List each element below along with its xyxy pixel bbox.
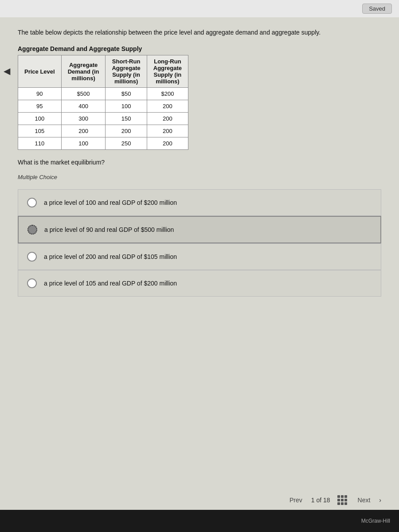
- options-list: a price level of 100 and real GDP of $20…: [18, 189, 381, 297]
- page-info: 1 of 18: [311, 497, 330, 504]
- table-cell: $50: [106, 88, 147, 100]
- saved-badge: Saved: [362, 4, 392, 14]
- radio-button-c[interactable]: [27, 252, 37, 262]
- radio-button-b[interactable]: [27, 225, 37, 235]
- table-cell: 200: [147, 100, 188, 113]
- table-cell: $200: [147, 88, 188, 100]
- multiple-choice-label: Multiple Choice: [18, 174, 381, 180]
- table-cell: 90: [18, 88, 62, 100]
- option-item-d[interactable]: a price level of 105 and real GDP of $20…: [18, 270, 381, 297]
- table-cell: 250: [106, 137, 147, 150]
- option-label-a: a price level of 100 and real GDP of $20…: [44, 199, 177, 206]
- radio-button-d[interactable]: [27, 278, 37, 288]
- next-chevron: ›: [379, 497, 381, 504]
- table-cell: 300: [61, 113, 106, 125]
- col-header-long-run: Long-RunAggregateSupply (inmillions): [147, 55, 188, 88]
- table-cell: 150: [106, 113, 147, 125]
- table-cell: 200: [106, 125, 147, 137]
- table-cell: 200: [147, 125, 188, 137]
- footer-navigation: Prev 1 of 18 Next ›: [286, 495, 381, 505]
- table-cell: 200: [147, 113, 188, 125]
- option-label-d: a price level of 105 and real GDP of $20…: [44, 280, 177, 287]
- table-cell: 200: [147, 137, 188, 150]
- table-cell: 105: [18, 125, 62, 137]
- table-title: Aggregate Demand and Aggregate Supply: [18, 45, 381, 52]
- cursor: ◀: [4, 66, 10, 76]
- table-cell: $500: [61, 88, 106, 100]
- next-button[interactable]: Next: [354, 495, 374, 505]
- option-label-c: a price level of 200 and real GDP of $10…: [44, 253, 177, 260]
- table-cell: 110: [18, 137, 62, 150]
- bottom-bar-text: McGraw-Hill: [361, 518, 390, 524]
- question-description: The table below depicts the relationship…: [18, 28, 381, 37]
- table-cell: 100: [106, 100, 147, 113]
- table-cell: 100: [61, 137, 106, 150]
- option-item-a[interactable]: a price level of 100 and real GDP of $20…: [18, 189, 381, 216]
- option-item-c[interactable]: a price level of 200 and real GDP of $10…: [18, 243, 381, 270]
- equilibrium-question: What is the market equilibrium?: [18, 159, 381, 166]
- option-label-b: a price level of 90 and real GDP of $500…: [44, 226, 174, 233]
- grid-icon[interactable]: [337, 495, 347, 505]
- table-cell: 200: [61, 125, 106, 137]
- data-table: Price Level AggregateDemand (inmillions)…: [18, 55, 188, 150]
- table-cell: 400: [61, 100, 106, 113]
- col-header-price: Price Level: [18, 55, 62, 88]
- col-header-demand: AggregateDemand (inmillions): [61, 55, 106, 88]
- prev-button[interactable]: Prev: [286, 495, 306, 505]
- col-header-short-run: Short-RunAggregateSupply (inmillions): [106, 55, 147, 88]
- table-cell: 95: [18, 100, 62, 113]
- option-item-b[interactable]: a price level of 90 and real GDP of $500…: [18, 216, 381, 243]
- bottom-bar: McGraw-Hill: [0, 510, 399, 532]
- table-cell: 100: [18, 113, 62, 125]
- radio-button-a[interactable]: [27, 198, 37, 207]
